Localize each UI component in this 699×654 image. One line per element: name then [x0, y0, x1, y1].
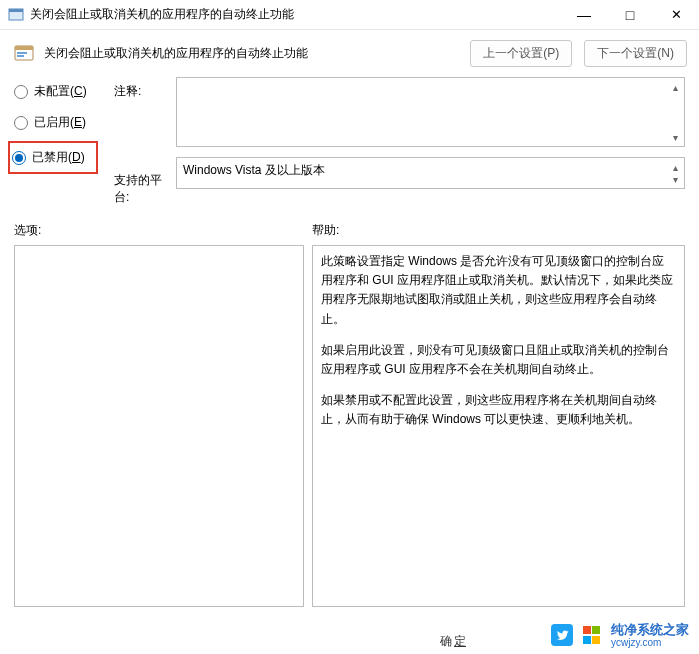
platform-label: 支持的平台:	[114, 172, 176, 206]
window-controls: — □ ✕	[561, 0, 699, 30]
radio-not-configured[interactable]: 未配置(C)	[14, 83, 114, 100]
watermark-text: 纯净系统之家	[611, 623, 689, 637]
radio-icon	[14, 85, 28, 99]
minimize-button[interactable]: —	[561, 0, 607, 30]
help-label: 帮助:	[312, 222, 685, 239]
scroll-down-icon[interactable]: ▾	[668, 130, 682, 144]
policy-title: 关闭会阻止或取消关机的应用程序的自动终止功能	[44, 45, 462, 62]
help-paragraph: 如果禁用或不配置此设置，则这些应用程序将在关机期间自动终止，从而有助于确保 Wi…	[321, 391, 676, 429]
policy-icon	[12, 42, 36, 66]
watermark: 纯净系统之家 ycwjzy.com	[551, 623, 689, 648]
policy-header: 关闭会阻止或取消关机的应用程序的自动终止功能 上一个设置(P) 下一个设置(N)	[0, 30, 699, 77]
options-label: 选项:	[14, 222, 304, 239]
watermark-url: ycwjzy.com	[611, 637, 689, 648]
close-button[interactable]: ✕	[653, 0, 699, 30]
window-title: 关闭会阻止或取消关机的应用程序的自动终止功能	[30, 6, 561, 23]
radio-icon	[12, 151, 26, 165]
title-bar: 关闭会阻止或取消关机的应用程序的自动终止功能 — □ ✕	[0, 0, 699, 30]
scroll-down-icon[interactable]: ▾	[668, 172, 682, 186]
radio-disabled[interactable]: 已禁用(D)	[12, 145, 94, 170]
state-radio-group: 未配置(C) 已启用(E) 已禁用(D)	[14, 77, 114, 170]
ok-button[interactable]: 确定	[440, 633, 468, 650]
svg-rect-5	[17, 55, 24, 57]
help-paragraph: 如果启用此设置，则没有可见顶级窗口且阻止或取消关机的控制台应用程序或 GUI 应…	[321, 341, 676, 379]
comment-label: 注释:	[114, 83, 176, 100]
next-setting-button[interactable]: 下一个设置(N)	[584, 40, 687, 67]
scroll-up-icon[interactable]: ▴	[668, 80, 682, 94]
help-panel: 此策略设置指定 Windows 是否允许没有可见顶级窗口的控制台应用程序和 GU…	[312, 245, 685, 607]
twitter-icon	[551, 624, 573, 646]
dialog-footer: 确定	[440, 633, 468, 650]
radio-enabled[interactable]: 已启用(E)	[14, 114, 114, 131]
svg-rect-3	[15, 46, 33, 50]
previous-setting-button[interactable]: 上一个设置(P)	[470, 40, 572, 67]
app-icon	[8, 7, 24, 23]
svg-rect-4	[17, 52, 27, 54]
platform-text: Windows Vista 及以上版本	[183, 163, 325, 177]
svg-rect-1	[9, 9, 23, 12]
maximize-button[interactable]: □	[607, 0, 653, 30]
windows-logo-icon	[583, 626, 601, 644]
comment-textarea[interactable]: ▴ ▾	[176, 77, 685, 147]
help-paragraph: 此策略设置指定 Windows 是否允许没有可见顶级窗口的控制台应用程序和 GU…	[321, 252, 676, 329]
options-panel	[14, 245, 304, 607]
supported-platform-box: Windows Vista 及以上版本 ▴ ▾	[176, 157, 685, 189]
radio-icon	[14, 116, 28, 130]
